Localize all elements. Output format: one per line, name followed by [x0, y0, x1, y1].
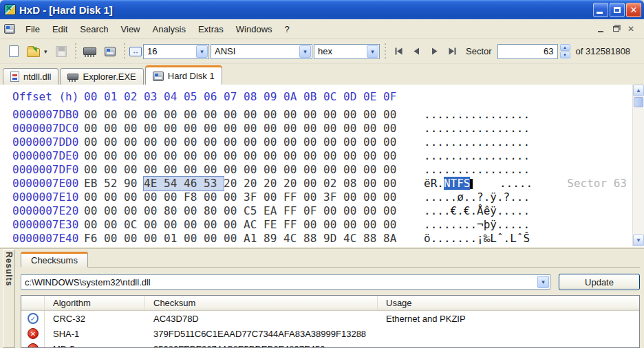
open-dropdown-arrow-icon[interactable]: ▾ — [44, 48, 50, 55]
minimize-button[interactable] — [593, 3, 608, 17]
hex-byte[interactable]: 00 — [144, 108, 164, 122]
hex-byte[interactable]: EB — [84, 177, 104, 191]
scroll-down-icon[interactable]: ▼ — [633, 235, 644, 246]
hex-selection[interactable]: 4E544653 — [143, 176, 224, 191]
offset-base-combobox[interactable]: hex ▾ — [314, 44, 380, 59]
hex-byte[interactable]: 00 — [104, 218, 124, 232]
hex-byte[interactable]: 00 — [144, 232, 164, 246]
open-ram-button[interactable] — [80, 42, 99, 61]
scrollbar-thumb[interactable] — [634, 97, 643, 107]
hex-byte-selected[interactable]: 53 — [204, 177, 224, 191]
tab-ntdll-dll[interactable]: ntdll.dll — [3, 68, 58, 85]
menu-extras[interactable]: Extras — [192, 22, 230, 36]
tab-explorer-exe[interactable]: Explorer.EXE — [60, 68, 143, 85]
algorithm-column-header[interactable]: Algorithm — [45, 296, 145, 310]
title-bar[interactable]: HxD - [Hard Disk 1] ✕ — [0, 0, 644, 19]
hex-byte[interactable]: 00 — [164, 163, 184, 177]
menu-file[interactable]: File — [19, 22, 46, 36]
hex-byte[interactable]: 00 — [124, 204, 144, 218]
bytes-per-row-combobox[interactable]: 16 ▾ — [143, 44, 209, 59]
hex-byte[interactable]: 00 — [363, 135, 383, 149]
dropdown-arrow-icon[interactable]: ▾ — [537, 276, 549, 288]
hex-byte[interactable]: 00 — [84, 135, 104, 149]
hex-byte[interactable]: 00 — [84, 191, 104, 204]
maximize-button[interactable] — [610, 3, 625, 17]
hex-byte[interactable]: 20 — [244, 177, 264, 191]
hex-byte[interactable]: 00 — [383, 108, 403, 122]
hex-byte[interactable]: F6 — [84, 232, 104, 246]
menu-view[interactable]: View — [115, 22, 147, 36]
hex-byte[interactable]: 00 — [184, 232, 204, 246]
hex-byte[interactable]: C5 — [244, 204, 264, 218]
dropdown-arrow-icon[interactable]: ▾ — [299, 45, 311, 58]
hex-byte[interactable]: 00 — [84, 108, 104, 122]
hex-byte[interactable]: 00 — [124, 232, 144, 246]
hex-byte[interactable]: 52 — [104, 177, 124, 191]
checksum-column-header[interactable]: Checksum — [145, 296, 378, 310]
hex-byte[interactable]: 00 — [363, 218, 383, 232]
hex-byte[interactable]: 8A — [383, 232, 403, 246]
hex-byte[interactable]: 00 — [363, 163, 383, 177]
hex-byte[interactable]: 4C — [283, 232, 303, 246]
menu-windows[interactable]: Windows — [230, 22, 279, 36]
file-path-combobox[interactable]: c:\WINDOWS\system32\ntdll.dll ▾ — [21, 274, 550, 290]
hex-byte[interactable]: 00 — [383, 149, 403, 163]
hex-byte[interactable]: 00 — [204, 232, 224, 246]
hex-byte[interactable]: 00 — [164, 218, 184, 232]
hex-byte[interactable]: 00 — [343, 149, 363, 163]
hex-byte[interactable]: 00 — [283, 149, 303, 163]
hex-byte[interactable]: 00 — [383, 218, 403, 232]
hex-byte[interactable]: 00 — [124, 122, 144, 135]
hex-byte[interactable]: 00 — [204, 191, 224, 204]
hex-byte[interactable]: 00 — [323, 204, 343, 218]
hex-byte[interactable]: 88 — [303, 232, 323, 246]
status-column-header[interactable] — [21, 296, 45, 310]
hex-byte[interactable]: 00 — [264, 135, 283, 149]
menu-edit[interactable]: Edit — [46, 22, 74, 36]
hex-byte[interactable]: 00 — [323, 108, 343, 122]
hex-byte[interactable]: 00 — [264, 108, 283, 122]
ascii-column[interactable]: ................ — [424, 108, 530, 122]
ascii-column[interactable]: ................ — [424, 122, 530, 135]
hex-byte[interactable]: 00 — [343, 204, 363, 218]
hex-byte[interactable]: 00 — [323, 163, 343, 177]
hex-byte[interactable]: 00 — [144, 204, 164, 218]
hex-byte[interactable]: 00 — [224, 135, 244, 149]
hex-byte[interactable]: 00 — [383, 163, 403, 177]
hex-byte[interactable]: 00 — [343, 122, 363, 135]
new-file-button[interactable] — [4, 42, 23, 61]
hex-byte[interactable]: 00 — [184, 135, 204, 149]
hex-byte[interactable]: 00 — [264, 163, 283, 177]
hex-byte[interactable]: 00 — [164, 149, 184, 163]
ascii-column[interactable]: ........¬þÿ..... — [424, 218, 530, 232]
spinner-down-icon[interactable]: ▼ — [560, 52, 570, 58]
hex-byte[interactable]: 00 — [164, 108, 184, 122]
hex-byte[interactable]: 80 — [164, 204, 184, 218]
hex-byte[interactable]: 00 — [204, 149, 224, 163]
ascii-column[interactable]: ................ — [424, 149, 530, 163]
hex-byte[interactable]: 00 — [224, 108, 244, 122]
hex-byte[interactable]: 00 — [244, 163, 264, 177]
close-button[interactable]: ✕ — [626, 3, 641, 17]
hex-byte[interactable]: 00 — [164, 135, 184, 149]
hex-byte-selected[interactable]: 54 — [164, 177, 184, 191]
ascii-column[interactable]: ....€.€.Åêÿ..... — [424, 204, 530, 218]
mdi-minimize-button[interactable] — [594, 23, 607, 34]
hex-byte[interactable]: 00 — [224, 163, 244, 177]
hex-byte[interactable]: 00 — [264, 191, 283, 204]
hex-byte[interactable]: 00 — [124, 135, 144, 149]
hex-byte[interactable]: 00 — [224, 218, 244, 232]
hex-byte[interactable]: 20 — [283, 177, 303, 191]
hex-byte[interactable]: 00 — [264, 149, 283, 163]
mdi-close-button[interactable]: ✕ — [625, 23, 637, 34]
hex-byte[interactable]: 00 — [283, 163, 303, 177]
previous-sector-button[interactable] — [408, 43, 425, 61]
hex-byte[interactable]: 00 — [144, 149, 164, 163]
hex-byte[interactable]: 00 — [144, 163, 164, 177]
hex-byte[interactable]: 00 — [363, 108, 383, 122]
hex-byte[interactable]: 00 — [184, 149, 204, 163]
hex-byte[interactable]: 00 — [383, 122, 403, 135]
hex-byte[interactable]: 9D — [323, 232, 343, 246]
hex-byte[interactable]: FE — [264, 218, 283, 232]
hex-byte[interactable]: 00 — [303, 177, 323, 191]
